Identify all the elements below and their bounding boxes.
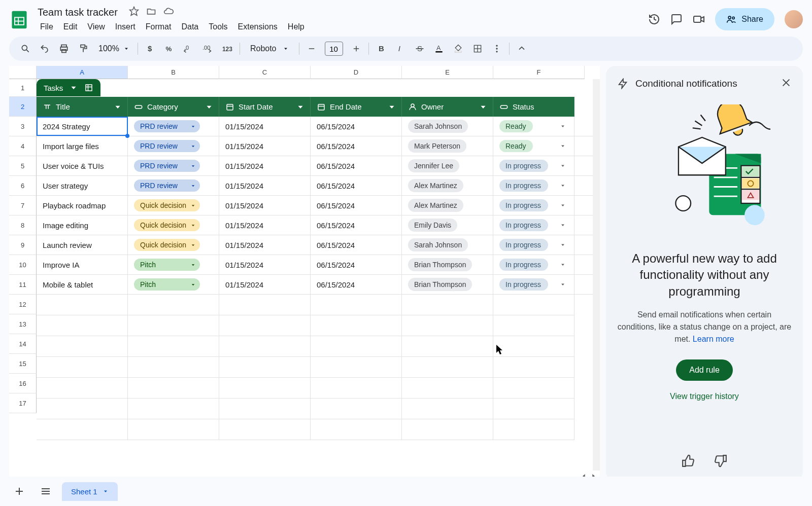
cell-category[interactable]: Quick decision <box>128 196 219 215</box>
row-header-12[interactable]: 12 <box>9 295 37 314</box>
cell-category[interactable]: Quick decision <box>128 235 219 255</box>
col-header-a[interactable]: A <box>37 66 128 79</box>
table-view-icon[interactable] <box>84 83 93 92</box>
cell-status[interactable]: In progress <box>493 176 574 195</box>
col-header-c[interactable]: C <box>219 66 311 79</box>
decrease-font-icon[interactable] <box>302 40 321 58</box>
table-tab[interactable]: Tasks <box>37 79 100 96</box>
cell-end-date[interactable]: 06/15/2024 <box>311 235 402 255</box>
cell-end-date[interactable]: 06/15/2024 <box>311 255 402 274</box>
cell-title[interactable]: 2024 Strategy <box>37 117 128 136</box>
row-header-4[interactable]: 4 <box>9 136 37 156</box>
learn-more-link[interactable]: Learn more <box>693 335 734 343</box>
zoom-select[interactable]: 100% <box>93 44 134 53</box>
cell-owner[interactable]: Brian Thompson <box>402 275 493 294</box>
add-sheet-icon[interactable] <box>9 481 29 501</box>
cell-status[interactable]: In progress <box>493 156 574 175</box>
cell-owner[interactable]: Emily Davis <box>402 215 493 235</box>
cell-title[interactable]: Mobile & tablet <box>37 275 128 294</box>
cell-owner[interactable]: Alex Martinez <box>402 196 493 215</box>
cloud-icon[interactable] <box>163 6 174 18</box>
decrease-decimal-icon[interactable]: .0 <box>180 40 198 58</box>
cell-start-date[interactable]: 01/15/2024 <box>219 117 311 136</box>
star-icon[interactable] <box>129 6 139 18</box>
meet-icon[interactable] <box>693 13 705 25</box>
cell-start-date[interactable]: 01/15/2024 <box>219 196 311 215</box>
empty-row[interactable] <box>37 399 600 419</box>
increase-decimal-icon[interactable]: .00 <box>199 40 217 58</box>
menu-edit[interactable]: Edit <box>59 20 82 33</box>
menu-tools[interactable]: Tools <box>204 20 232 33</box>
col-header-e[interactable]: E <box>402 66 493 79</box>
row-header-1[interactable]: 1 <box>9 79 37 97</box>
cell-status[interactable]: In progress <box>493 215 574 235</box>
cell-start-date[interactable]: 01/15/2024 <box>219 255 311 274</box>
search-icon[interactable] <box>16 40 35 58</box>
empty-row[interactable] <box>37 378 600 399</box>
cell-end-date[interactable]: 06/15/2024 <box>311 117 402 136</box>
menu-extensions[interactable]: Extensions <box>233 20 282 33</box>
table-header-title[interactable]: Title <box>37 97 128 117</box>
table-header-end[interactable]: End Date <box>311 97 402 117</box>
text-color-icon[interactable]: A <box>430 40 448 58</box>
collapse-toolbar-icon[interactable] <box>513 40 531 58</box>
table-header-start[interactable]: Start Date <box>219 97 311 117</box>
fill-color-icon[interactable] <box>449 40 467 58</box>
menu-file[interactable]: File <box>36 20 58 33</box>
borders-icon[interactable] <box>468 40 487 58</box>
menu-insert[interactable]: Insert <box>111 20 140 33</box>
cell-title[interactable]: Playback roadmap <box>37 196 128 215</box>
cell-end-date[interactable]: 06/15/2024 <box>311 176 402 195</box>
all-sheets-icon[interactable] <box>36 481 56 501</box>
menu-format[interactable]: Format <box>141 20 176 33</box>
bold-icon[interactable]: B <box>372 40 390 58</box>
paint-format-icon[interactable] <box>74 40 92 58</box>
cell-title[interactable]: Image editing <box>37 215 128 235</box>
sheets-logo[interactable] <box>9 9 29 29</box>
cell-title[interactable]: Launch review <box>37 235 128 255</box>
row-header-5[interactable]: 5 <box>9 156 37 176</box>
cell-end-date[interactable]: 06/15/2024 <box>311 215 402 235</box>
row-header-9[interactable]: 9 <box>9 235 37 255</box>
add-rule-button[interactable]: Add rule <box>676 359 733 381</box>
cell-category[interactable]: PRD review <box>128 156 219 175</box>
row-header-14[interactable]: 14 <box>9 334 37 354</box>
col-header-d[interactable]: D <box>311 66 402 79</box>
cell-category[interactable]: PRD review <box>128 117 219 136</box>
cell-status[interactable]: In progress <box>493 275 574 294</box>
cell-owner[interactable]: Sarah Johnson <box>402 235 493 255</box>
cell-category[interactable]: PRD review <box>128 176 219 195</box>
cell-start-date[interactable]: 01/15/2024 <box>219 156 311 175</box>
cell-end-date[interactable]: 06/15/2024 <box>311 275 402 294</box>
print-icon[interactable] <box>55 40 73 58</box>
cell-owner[interactable]: Jennifer Lee <box>402 156 493 175</box>
cell-title[interactable]: Import large files <box>37 136 128 156</box>
row-header-13[interactable]: 13 <box>9 314 37 334</box>
font-size-input[interactable] <box>325 42 343 56</box>
cell-start-date[interactable]: 01/15/2024 <box>219 235 311 255</box>
format-number-icon[interactable]: 123 <box>218 40 236 58</box>
row-header-8[interactable]: 8 <box>9 215 37 235</box>
menu-data[interactable]: Data <box>177 20 203 33</box>
empty-row[interactable] <box>37 295 600 315</box>
share-button[interactable]: Share <box>715 8 774 30</box>
cell-title[interactable]: User strategy <box>37 176 128 195</box>
col-header-b[interactable]: B <box>128 66 219 79</box>
close-icon[interactable] <box>781 77 792 90</box>
row-header-6[interactable]: 6 <box>9 176 37 196</box>
empty-row[interactable] <box>37 357 600 378</box>
cell-owner[interactable]: Sarah Johnson <box>402 117 493 136</box>
cell-title[interactable]: Improve IA <box>37 255 128 274</box>
select-all-corner[interactable] <box>9 66 37 79</box>
menu-view[interactable]: View <box>83 20 109 33</box>
sheet-tab-1[interactable]: Sheet 1 <box>62 482 118 501</box>
thumbs-down-icon[interactable] <box>714 454 727 469</box>
cell-status[interactable]: Ready <box>493 136 574 156</box>
row-header-16[interactable]: 16 <box>9 374 37 393</box>
row-header-2[interactable]: 2 <box>9 97 37 117</box>
menu-help[interactable]: Help <box>283 20 309 33</box>
cell-start-date[interactable]: 01/15/2024 <box>219 136 311 156</box>
thumbs-up-icon[interactable] <box>682 454 695 469</box>
cell-start-date[interactable]: 01/15/2024 <box>219 215 311 235</box>
cell-category[interactable]: Pitch <box>128 275 219 294</box>
